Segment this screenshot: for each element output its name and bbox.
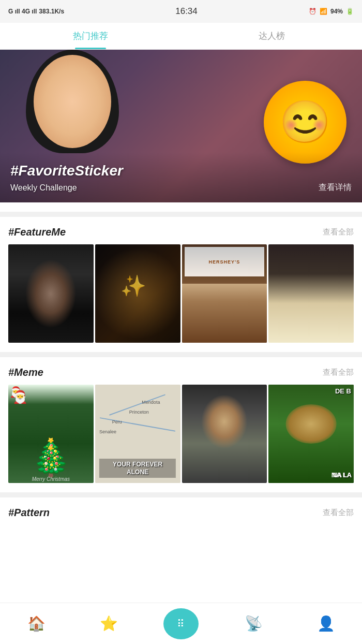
tab-rank-label: 达人榜 [259,30,285,42]
grid-item-dark-woman[interactable] [8,244,94,343]
face-decoration [34,55,111,148]
emoji-sticker: 😊 [264,81,346,164]
nav-home[interactable]: 🏠 [16,608,57,639]
section-pattern-title: #Pattern [8,507,50,519]
person-icon: 👤 [317,615,335,632]
grid-item-lights-girl[interactable] [95,244,180,343]
meme-grid: 🎅 🎄 Merry Christmas Princeton Peru Mendo… [8,385,354,483]
nav-feed[interactable]: 📡 [233,608,274,639]
separator-2 [0,352,362,357]
section-feature-me-more[interactable]: 查看全部 [323,227,354,237]
hero-banner: 😊 #FavoriteSticker Weekly Challenge 查看详情 [0,50,362,202]
grid-item-meme-dog[interactable]: DE B NA LA [268,385,354,483]
section-feature-me-title: #FeatureMe [8,226,66,238]
home-icon: 🏠 [27,615,46,632]
map-overlay-text: YOUR FOREVERALONE [99,459,176,478]
separator-3 [0,492,362,497]
section-feature-me-header: #FeatureMe 查看全部 [8,226,354,238]
tab-bar: 热门推荐 达人榜 [0,23,362,50]
hero-meta: Weekly Challenge 查看详情 [10,182,352,193]
grid-item-woman-jacket[interactable] [182,385,267,483]
grid-item-christmas[interactable]: 🎅 🎄 Merry Christmas [8,385,94,483]
clock: 16:34 [175,6,198,17]
separator-1 [0,212,362,217]
battery-area: ⏰ 📶 94% 🔋 [309,8,354,15]
network-speed: 383.1K/s [39,8,64,15]
battery-level: 94% [330,8,343,15]
grid-item-cake[interactable]: HERSHEY'S [182,244,267,343]
star-icon: ⭐ [100,615,118,632]
section-meme-more[interactable]: 查看全部 [323,368,354,377]
grid-item-dessert[interactable] [268,244,354,343]
signal-indicator: G ıll 4G ıll 383.1K/s [8,8,64,15]
section-pattern-more[interactable]: 查看全部 [323,508,354,518]
hero-challenge-label: Weekly Challenge [10,183,77,193]
status-bar: G ıll 4G ıll 383.1K/s 16:34 ⏰ 📶 94% 🔋 [0,0,362,23]
create-button[interactable]: ⠿ [163,608,199,639]
section-feature-me: #FeatureMe 查看全部 HERSHEY'S [0,217,362,343]
nav-favorites[interactable]: ⭐ [88,608,129,639]
hero-hashtag: #FavoriteSticker [10,163,352,179]
hero-overlay: #FavoriteSticker Weekly Challenge 查看详情 [0,152,362,202]
section-pattern-header: #Pattern 查看全部 [8,507,354,519]
hero-detail-link[interactable]: 查看详情 [319,182,352,193]
grid-item-map[interactable]: Princeton Peru Mendota Senalee YOUR FORE… [95,385,180,483]
rss-icon: 📡 [245,615,263,632]
nav-profile[interactable]: 👤 [305,608,346,639]
tab-rank[interactable]: 达人榜 [181,23,362,49]
section-meme-title: #Meme [8,367,43,378]
battery-icon: 🔋 [346,8,354,15]
section-meme-header: #Meme 查看全部 [8,367,354,378]
section-pattern: #Pattern 查看全部 [0,497,362,519]
tab-hot-label: 热门推荐 [73,30,108,42]
bottom-navigation: 🏠 ⭐ ⠿ 📡 👤 [0,603,362,644]
nav-create[interactable]: ⠿ [160,608,202,639]
alarm-icon: ⏰ [309,8,316,15]
grid-icon: ⠿ [177,618,185,630]
emoji-face: 😊 [279,98,331,147]
network-signal: G ıll 4G ıll [8,8,37,15]
feature-me-grid: HERSHEY'S [8,244,354,343]
wifi-icon: 📶 [320,8,327,15]
section-meme: #Meme 查看全部 🎅 🎄 Merry Christmas Princeton… [0,357,362,483]
tab-hot[interactable]: 热门推荐 [0,23,181,49]
